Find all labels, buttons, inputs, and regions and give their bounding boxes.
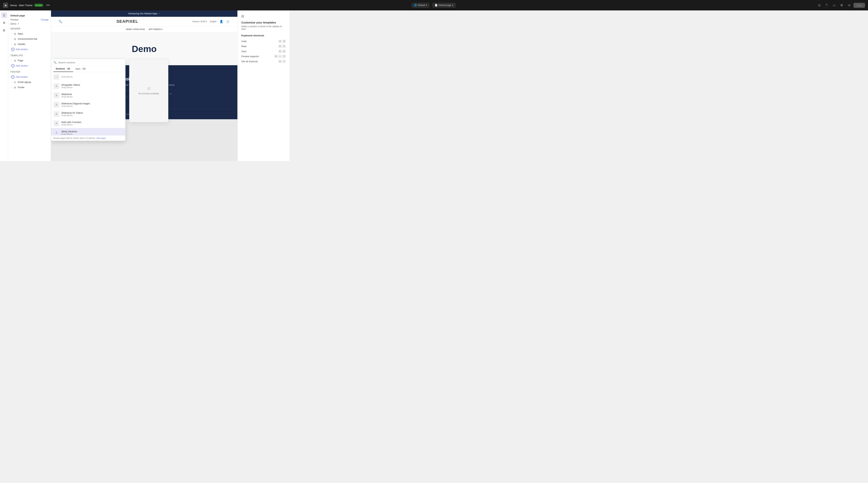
sidebar-sections-icon[interactable]: ☰ — [1, 12, 7, 18]
account-icon[interactable]: 👤 — [219, 20, 223, 23]
shortcut-save: Save ⌘ S — [241, 49, 286, 54]
cart-icon[interactable]: 🛒 — [226, 20, 230, 23]
apps-icon: ⊞ — [13, 32, 17, 35]
theme-name: Sense - Main Theme — [10, 4, 32, 7]
key-cmd-2: ⌘ — [278, 45, 282, 48]
chevron-icon-6: › — [11, 86, 12, 88]
search-input[interactable] — [58, 61, 123, 64]
list-item-slideshow-videos[interactable]: 𝔸 Slideshow for Videos Snap Blocks — [51, 109, 125, 119]
chevron-icon-5: › — [11, 81, 12, 83]
shortcut-label-save: Save — [241, 50, 246, 53]
ann-bar-text: Introducing Our Newest Apps → — [128, 12, 160, 15]
sidebar-content: Default page Preview Change Demo ↗ Heade… — [8, 10, 51, 161]
key-s: S — [282, 50, 286, 53]
item-text-1: Shoppable Videos Snap Blocks — [61, 84, 80, 88]
shortcut-redo: Redo ⌘ Y — [241, 44, 286, 49]
apps-label: Apps — [18, 32, 23, 35]
right-sidebar-title: Customize your templates — [241, 21, 286, 24]
plus-icon-2: + — [11, 64, 14, 67]
page-item-icon: ⊞ — [13, 59, 17, 62]
sidebar-item-footer[interactable]: › ⊞ Footer — [10, 85, 49, 90]
live-badge: ● Live — [34, 4, 43, 7]
left-panel: ☰ ⚙ ⊞ Default page Preview Change Demo ↗… — [0, 10, 51, 161]
shortcut-undo: Undo ⌘ Z — [241, 39, 286, 44]
key-slash: / — [282, 60, 286, 63]
add-section-button-template[interactable]: + Add section — [10, 63, 49, 68]
shortcut-keys-all: ⌘ / — [278, 60, 286, 63]
item-name-6: Sticky Sections — [61, 130, 77, 133]
store-search-icon[interactable]: 🔍 — [59, 20, 62, 23]
add-section-button-header[interactable]: + Add section — [10, 47, 49, 52]
list-item-shoppable[interactable]: 𝔸 Shoppable Videos Snap Blocks — [51, 81, 125, 91]
sidebar-settings-icon[interactable]: ⚙ — [1, 20, 7, 26]
list-item-stats[interactable]: 𝔸 Stats with Counters Snap Blocks — [51, 119, 125, 128]
shortcut-all: See all shortcuts ⌘ / — [241, 59, 286, 64]
tab-sections[interactable]: Sections 18 — [54, 66, 73, 72]
more-button[interactable]: ••• — [45, 2, 51, 8]
key-cmd-4: ⌘ — [274, 55, 278, 58]
nav-app-demos[interactable]: APP DEMOS ▾ — [149, 28, 162, 31]
chevron-icon: › — [11, 33, 12, 35]
item-name-2: Slideshow — [61, 93, 72, 95]
apps-tab-label: Apps — [75, 67, 81, 70]
key-cmd: ⌘ — [278, 40, 282, 43]
sidebar-item-email-signup[interactable]: › ✉ Email signup — [10, 80, 49, 85]
dropdown-footer: Browse apps built for Online Store 2.0 t… — [51, 136, 125, 141]
hero-title: Demo — [59, 44, 230, 54]
sidebar-apps-icon[interactable]: ⊞ — [1, 27, 7, 33]
shortcut-label-undo: Undo — [241, 40, 247, 43]
add-section-button-footer[interactable]: + Add section — [10, 74, 49, 80]
email-signup-label: Email signup — [18, 81, 31, 84]
no-preview-text: No preview available — [138, 92, 159, 95]
shortcut-label-preview: Preview inspector — [241, 55, 259, 58]
sections-dropdown: 🔍 Sections 18 Apps 15 — Snap — [51, 59, 125, 141]
key-z: Z — [282, 40, 286, 43]
top-bar-left: ◈ Sense - Main Theme ● Live ••• — [3, 2, 51, 8]
sidebar-item-apps[interactable]: › ⊞ Apps — [10, 31, 49, 36]
no-preview-panel: ⊟ No preview available — [129, 59, 168, 122]
nav-demo-catalogue[interactable]: DEMO CATALOGUE — [126, 28, 145, 31]
sidebar-page-label: Default page — [10, 13, 49, 18]
sidebar-item-announcement[interactable]: › ⊞ Announcement bar — [10, 36, 49, 41]
item-sub-4: Snap Blocks — [61, 114, 83, 116]
right-sidebar-desc: Select a section or block in the sidebar… — [241, 25, 286, 30]
apps-count: 15 — [82, 67, 86, 70]
item-sub-3: Snap Blocks — [61, 105, 90, 107]
browse-apps-text: Browse apps built for Online Store 2.0 t… — [54, 137, 96, 139]
item-text-3: Slideshow Diagonal Images Snap Blocks — [61, 102, 90, 107]
add-section-label-2: Add section — [16, 64, 28, 67]
list-item-slideshow-diagonal[interactable]: 𝔸 Slideshow Diagonal Images Snap Blocks — [51, 100, 125, 109]
plus-icon-3: + — [11, 75, 14, 79]
item-name-4: Slideshow for Videos — [61, 112, 83, 114]
item-sub-0: Snap Blocks — [61, 76, 72, 78]
main-content: Introducing Our Newest Apps → 🔍 SEAPIXEL… — [51, 10, 238, 161]
sidebar-icon-strip: ☰ ⚙ ⊞ — [0, 10, 8, 161]
store-nav: DEMO CATALOGUE APP DEMOS ▾ — [51, 26, 238, 33]
sidebar-item-header[interactable]: › ⊞ Header — [10, 41, 49, 47]
item-icon-0: — — [54, 74, 59, 80]
external-link-icon: ↗ — [17, 23, 19, 25]
tab-apps[interactable]: Apps 15 — [73, 66, 89, 72]
header-icon: ⊞ — [13, 42, 17, 46]
layout: ☰ ⚙ ⊞ Default page Preview Change Demo ↗… — [0, 10, 289, 161]
list-item-slideshow[interactable]: 𝔸 Slideshow Snap Blocks — [51, 91, 125, 100]
footer-icon: ⊞ — [13, 86, 17, 89]
lang-label: English — [210, 20, 217, 23]
item-sub-5: Snap Blocks — [61, 123, 81, 126]
shortcuts-title: Keyboard shortcuts — [241, 34, 286, 37]
change-button[interactable]: Change — [41, 19, 49, 21]
header-section-label: Header — [10, 27, 49, 30]
list-item-sticky[interactable]: 𝔸 Sticky Sections Snap Blocks — [51, 128, 125, 136]
sections-tab-label: Sections — [56, 67, 65, 70]
demo-row: Demo ↗ — [10, 23, 49, 25]
list-item-separator[interactable]: — Snap Blocks — [51, 72, 125, 81]
sidebar-preview-row: Preview Change — [10, 18, 49, 23]
item-name-1: Shoppable Videos — [61, 84, 80, 86]
item-text-0: Snap Blocks — [61, 76, 72, 78]
store-header: 🔍 SEAPIXEL Greece | EUR € English 👤 🛒 — [51, 17, 238, 26]
header-label: Header — [18, 43, 25, 46]
right-sidebar: ⊟ Customize your templates Select a sect… — [238, 10, 289, 161]
sidebar-item-page[interactable]: › ⊞ Page — [10, 58, 49, 63]
key-y: Y — [282, 45, 286, 48]
view-apps-link[interactable]: View apps — [96, 137, 106, 139]
